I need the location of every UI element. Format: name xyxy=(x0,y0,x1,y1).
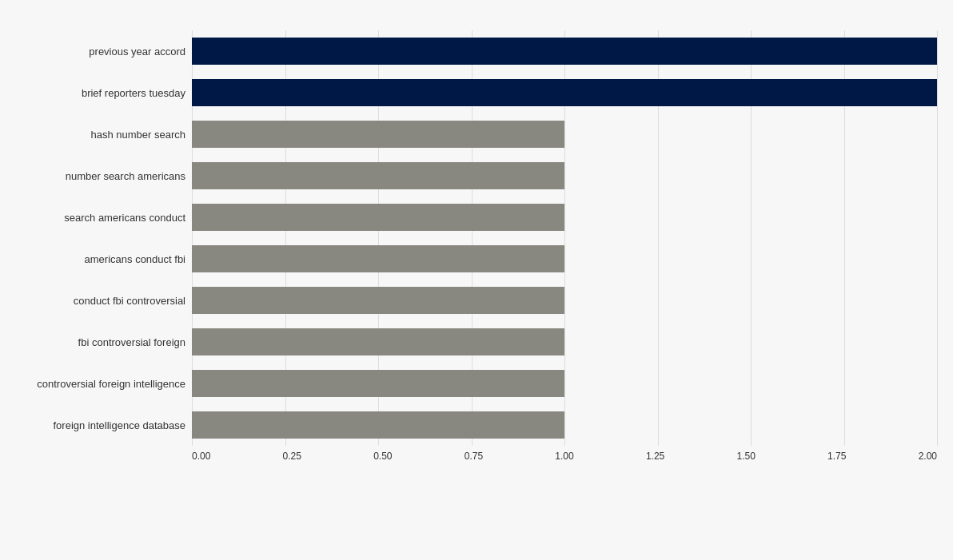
bar-row xyxy=(192,242,937,276)
grid-and-bars xyxy=(192,30,937,446)
y-label: hash number search xyxy=(90,113,185,155)
x-axis-area: 0.000.250.500.751.001.251.501.752.00 xyxy=(16,451,937,462)
bar-row xyxy=(192,367,937,400)
bar-row xyxy=(192,325,937,359)
bar xyxy=(192,38,937,65)
bar xyxy=(192,245,564,272)
chart-container: previous year accordbrief reporters tues… xyxy=(16,30,937,465)
bar-row xyxy=(192,408,937,442)
y-label: americans conduct fbi xyxy=(85,238,185,280)
bar xyxy=(192,162,564,189)
bar xyxy=(192,79,937,106)
bars-column xyxy=(192,30,937,446)
x-tick-label: 0.50 xyxy=(373,451,392,462)
x-tick-label: 1.50 xyxy=(736,451,755,462)
x-tick-label: 1.00 xyxy=(555,451,573,462)
y-label: conduct fbi controversial xyxy=(74,280,185,321)
bar-row xyxy=(192,159,937,193)
x-axis-spacer xyxy=(16,451,192,462)
x-tick-label: 1.75 xyxy=(827,451,846,462)
bar-row xyxy=(192,284,937,317)
bar-row xyxy=(192,201,937,234)
grid-line xyxy=(937,30,938,446)
x-tick-label: 0.00 xyxy=(192,451,210,462)
bar-row xyxy=(192,117,937,151)
bar-row xyxy=(192,34,937,68)
y-label: fbi controversial foreign xyxy=(78,321,185,363)
x-axis-labels: 0.000.250.500.751.001.251.501.752.00 xyxy=(192,451,937,462)
y-label: search americans conduct xyxy=(64,197,185,238)
chart-area: previous year accordbrief reporters tues… xyxy=(16,30,937,446)
y-label: controversial foreign intelligence xyxy=(37,363,185,404)
y-label: number search americans xyxy=(66,155,185,197)
x-tick-label: 0.25 xyxy=(283,451,301,462)
bar-row xyxy=(192,76,937,109)
bar xyxy=(192,328,564,355)
bar xyxy=(192,204,564,231)
bar xyxy=(192,287,564,314)
bars-and-grid xyxy=(192,30,937,446)
x-tick-label: 1.25 xyxy=(646,451,664,462)
bar xyxy=(192,411,564,439)
y-label: brief reporters tuesday xyxy=(82,72,185,113)
y-label: foreign intelligence database xyxy=(53,404,185,446)
y-label: previous year accord xyxy=(89,30,185,72)
bar xyxy=(192,121,564,148)
x-tick-label: 0.75 xyxy=(465,451,483,462)
x-tick-label: 2.00 xyxy=(919,451,937,462)
bar xyxy=(192,370,564,397)
y-labels: previous year accordbrief reporters tues… xyxy=(16,30,192,446)
